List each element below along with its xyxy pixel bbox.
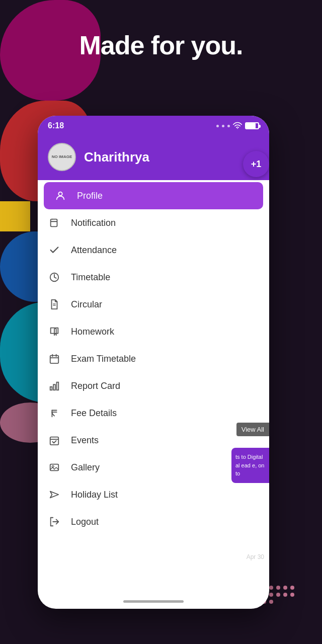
menu-label-logout: Logout bbox=[71, 517, 99, 527]
check-icon bbox=[48, 244, 61, 257]
svg-point-0 bbox=[237, 128, 238, 128]
svg-point-1 bbox=[58, 192, 62, 196]
menu-item-fee-details[interactable]: Fee Details bbox=[38, 399, 269, 427]
menu-item-timetable[interactable]: Timetable bbox=[38, 264, 269, 291]
svg-rect-20 bbox=[50, 464, 59, 471]
menu-item-logout[interactable]: Logout bbox=[38, 508, 269, 535]
user-name: Charithrya bbox=[84, 149, 149, 165]
home-indicator bbox=[123, 600, 184, 603]
menu-label-holiday-list: Holiday List bbox=[71, 490, 118, 500]
phone-mockup: 6:18 NO IMAGE Charithrya bbox=[38, 116, 269, 609]
menu-label-report-card: Report Card bbox=[71, 381, 120, 391]
user-header: NO IMAGE Charithrya bbox=[38, 136, 269, 180]
menu-item-exam-timetable[interactable]: Exam Timetable bbox=[38, 345, 269, 372]
menu-label-fee-details: Fee Details bbox=[71, 408, 117, 419]
airplane-icon bbox=[48, 488, 61, 501]
purple-card-peek: ts to Digital al ead e, on to bbox=[231, 448, 269, 483]
menu-item-report-card[interactable]: Report Card bbox=[38, 372, 269, 399]
signal-dot-3 bbox=[227, 125, 230, 127]
logout-icon bbox=[48, 515, 61, 528]
svg-rect-2 bbox=[51, 219, 57, 227]
menu-item-profile[interactable]: Profile bbox=[44, 182, 263, 209]
status-bar: 6:18 bbox=[38, 116, 269, 136]
calendar-icon bbox=[48, 352, 61, 365]
person-icon bbox=[54, 189, 67, 202]
menu-item-attendance[interactable]: Attendance bbox=[38, 236, 269, 264]
menu-label-profile: Profile bbox=[77, 191, 103, 201]
user-avatar: NO IMAGE bbox=[48, 143, 76, 171]
svg-rect-13 bbox=[53, 384, 55, 390]
bg-blob-yellow bbox=[0, 201, 30, 231]
signal-dot-2 bbox=[222, 125, 224, 127]
menu-label-gallery: Gallery bbox=[71, 462, 100, 473]
svg-rect-8 bbox=[50, 356, 59, 364]
clock-icon bbox=[48, 271, 61, 284]
bar-chart-icon bbox=[48, 379, 61, 392]
file-icon bbox=[48, 298, 61, 311]
menu-list: Profile Notification Attendance bbox=[38, 180, 269, 537]
battery-icon bbox=[245, 122, 259, 129]
svg-rect-12 bbox=[50, 387, 52, 390]
bell-icon bbox=[48, 216, 61, 229]
menu-label-attendance: Attendance bbox=[71, 245, 117, 256]
badge-plus: +1 bbox=[243, 151, 269, 177]
book-icon bbox=[48, 325, 61, 338]
rupee-icon bbox=[48, 407, 61, 420]
menu-label-exam-timetable: Exam Timetable bbox=[71, 354, 136, 364]
status-icons bbox=[216, 122, 259, 130]
hero-title: Made for you. bbox=[0, 30, 322, 60]
date-label: Apr 30 bbox=[247, 553, 264, 560]
calendar-check-icon bbox=[48, 434, 61, 447]
svg-rect-18 bbox=[50, 437, 59, 445]
view-all-button[interactable]: View All bbox=[236, 423, 269, 436]
status-time: 6:18 bbox=[48, 121, 64, 130]
menu-item-circular[interactable]: Circular bbox=[38, 291, 269, 318]
svg-rect-14 bbox=[57, 382, 59, 390]
avatar-label: NO IMAGE bbox=[52, 154, 72, 159]
menu-item-notification[interactable]: Notification bbox=[38, 209, 269, 236]
svg-point-4 bbox=[52, 219, 53, 220]
menu-label-homework: Homework bbox=[71, 327, 114, 337]
image-icon bbox=[48, 461, 61, 474]
menu-label-notification: Notification bbox=[71, 218, 116, 228]
signal-dot-1 bbox=[216, 125, 219, 127]
menu-label-events: Events bbox=[71, 435, 99, 446]
menu-label-timetable: Timetable bbox=[71, 272, 110, 283]
menu-item-homework[interactable]: Homework bbox=[38, 318, 269, 345]
menu-label-circular: Circular bbox=[71, 299, 102, 310]
menu-item-holiday-list[interactable]: Holiday List bbox=[38, 481, 269, 508]
wifi-icon bbox=[233, 122, 242, 130]
